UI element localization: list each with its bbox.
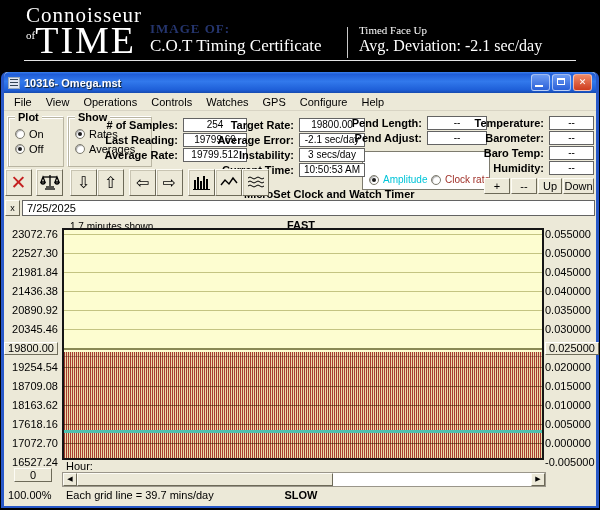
- connoisseur-of-time-logo: Connoisseur of TIME: [26, 4, 142, 57]
- title-bar[interactable]: 10316- Omega.mst ✕: [4, 72, 596, 93]
- menu-watches[interactable]: Watches: [199, 95, 255, 109]
- close-button[interactable]: ✕: [573, 74, 592, 91]
- left-axis-tick: 23072.76: [4, 228, 58, 240]
- arrow-left-icon: ⇦: [136, 175, 149, 191]
- left-axis-tick: 17618.16: [4, 418, 58, 430]
- logo-of: of: [26, 29, 35, 41]
- line-plot-view-button[interactable]: [215, 169, 242, 196]
- balance-button[interactable]: [36, 169, 63, 196]
- certificate-title: C.O.T Timing Certificate: [150, 36, 322, 56]
- gridline: [64, 253, 542, 254]
- adjust----button[interactable]: --: [511, 178, 537, 194]
- radio-label: Off: [29, 143, 43, 155]
- pend-length-label: Pend Length:: [304, 117, 422, 129]
- menu-controls[interactable]: Controls: [144, 95, 199, 109]
- balance-scale-icon: [40, 173, 60, 193]
- right-axis-tick: 0.025000: [545, 342, 599, 354]
- zero-button[interactable]: 0: [14, 468, 52, 482]
- adjust-up-button[interactable]: Up: [538, 178, 562, 194]
- maximize-button[interactable]: [552, 74, 571, 91]
- left-axis-tick: 20890.92: [4, 304, 58, 316]
- date-input[interactable]: [22, 200, 595, 216]
- timing-plot[interactable]: [62, 228, 544, 460]
- right-axis-tick: 0.050000: [545, 247, 591, 259]
- right-axis-tick: 0.055000: [545, 228, 591, 240]
- left-axis-tick: 17072.70: [4, 437, 58, 449]
- left-axis-tick: 18709.08: [4, 380, 58, 392]
- scrollbar-left-icon[interactable]: ◀: [63, 473, 77, 486]
- clear-button[interactable]: ✕: [5, 169, 32, 196]
- shift-down-button[interactable]: ⇩: [70, 169, 97, 196]
- right-axis-tick: 0.005000: [545, 418, 591, 430]
- menu-operations[interactable]: Operations: [76, 95, 144, 109]
- adjust-+-button[interactable]: +: [484, 178, 510, 194]
- right-axis-tick: 0.020000: [545, 361, 591, 373]
- menu-configure[interactable]: Configure: [293, 95, 355, 109]
- shift-up-button[interactable]: ⇧: [97, 169, 124, 196]
- target-rate-label: Target Rate:: [182, 119, 294, 131]
- date-clear-button[interactable]: x: [5, 200, 20, 216]
- window-content: Plot OnOff Show RatesAverages MicroSet C…: [4, 111, 596, 506]
- left-axis-tick: 20345.46: [4, 323, 58, 335]
- histogram-view-button[interactable]: [188, 169, 215, 196]
- barometer-value: --: [549, 131, 594, 145]
- radio-off[interactable]: Off: [15, 143, 43, 155]
- image-of-label: IMAGE OF:: [150, 21, 230, 37]
- certificate-header: Connoisseur of TIME IMAGE OF: C.O.T Timi…: [0, 0, 600, 72]
- gridline: [64, 386, 542, 387]
- radio-on[interactable]: On: [15, 128, 44, 140]
- minimize-icon: [535, 85, 543, 87]
- scrollbar-right-icon[interactable]: ▶: [531, 473, 545, 486]
- right-axis-tick: 0.040000: [545, 285, 591, 297]
- radio-icon: [369, 175, 379, 185]
- gridline: [64, 291, 542, 292]
- right-axis-tick: 0.015000: [545, 380, 591, 392]
- bar-chart-icon: [193, 174, 211, 192]
- last-reading-label: Last Reading:: [60, 134, 178, 146]
- menu-help[interactable]: Help: [355, 95, 392, 109]
- app-icon: [8, 77, 20, 89]
- temperature-value: --: [549, 116, 594, 130]
- header-underline: [24, 60, 576, 61]
- chart-scrollbar[interactable]: ◀ ▶: [62, 472, 546, 487]
- minimize-button[interactable]: [531, 74, 550, 91]
- radio-label: Amplitude: [383, 174, 427, 185]
- scroll-left-button[interactable]: ⇦: [129, 169, 156, 196]
- target-amplitude-tick: 0.025000: [545, 342, 599, 355]
- radio-amplitude[interactable]: Amplitude: [369, 174, 427, 185]
- menu-bar: FileViewOperationsControlsWatchesGPSConf…: [4, 93, 596, 111]
- menu-view[interactable]: View: [39, 95, 77, 109]
- radio-label: On: [29, 128, 44, 140]
- menu-file[interactable]: File: [7, 95, 39, 109]
- average-error-label: Average Error:: [182, 134, 294, 146]
- header-divider: [347, 27, 348, 58]
- radio-clock-rate[interactable]: Clock rate: [431, 174, 490, 185]
- arrow-down-icon: ⇩: [77, 175, 90, 191]
- left-axis-tick: 22527.30: [4, 247, 58, 259]
- scrollbar-thumb[interactable]: [77, 473, 333, 486]
- average-rate-label: Average Rate:: [60, 149, 178, 161]
- left-axis-tick: 16527.24: [4, 456, 58, 468]
- app-window: 10316- Omega.mst ✕ FileViewOperationsCon…: [1, 72, 599, 508]
- arrow-up-icon: ⇧: [104, 175, 117, 191]
- temperature-label: Temperature:: [424, 117, 544, 129]
- menu-gps[interactable]: GPS: [256, 95, 293, 109]
- maximize-icon: [557, 78, 565, 85]
- scroll-right-button[interactable]: ⇨: [156, 169, 183, 196]
- left-axis-tick: 21981.84: [4, 266, 58, 278]
- red-x-icon: ✕: [11, 173, 27, 192]
- target-rate-tick: 19800.00: [4, 342, 58, 355]
- baro-temp-label: Baro Temp:: [424, 147, 544, 159]
- adjust-down-button[interactable]: Down: [563, 178, 594, 194]
- right-axis-tick: 0.045000: [545, 266, 591, 278]
- left-axis-tick: 19254.54: [4, 361, 58, 373]
- hour-axis-label: Hour:: [66, 460, 93, 472]
- gridline: [64, 234, 542, 235]
- left-axis-tick: 18163.62: [4, 399, 58, 411]
- gridline: [64, 310, 542, 311]
- gridline: [64, 405, 542, 406]
- gridline: [64, 443, 542, 444]
- waves-icon: [247, 175, 265, 191]
- multi-trace-view-button[interactable]: [242, 169, 269, 196]
- window-title: 10316- Omega.mst: [24, 77, 121, 89]
